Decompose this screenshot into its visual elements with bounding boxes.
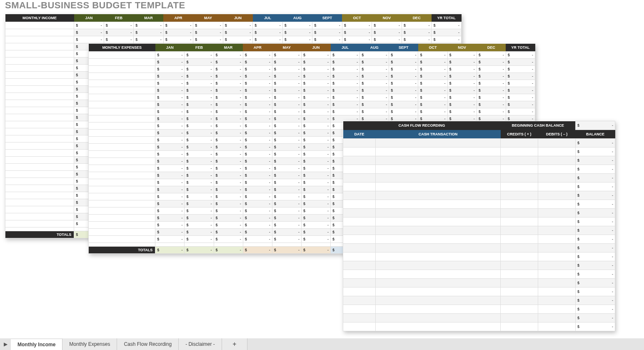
expenses-cell[interactable]: $-: [272, 179, 301, 186]
tab-cash-flow[interactable]: Cash Flow Recording: [117, 338, 179, 350]
cf-debits-cell[interactable]: [538, 288, 576, 296]
expenses-cell[interactable]: $-: [360, 80, 389, 87]
cf-debits-cell[interactable]: [538, 279, 576, 288]
cf-debits-cell[interactable]: [538, 261, 576, 270]
cf-credits-cell[interactable]: [501, 270, 538, 279]
expenses-cell[interactable]: $-: [155, 130, 185, 137]
cf-debits-cell[interactable]: [538, 252, 576, 261]
expenses-cell[interactable]: $-: [243, 73, 272, 80]
cf-debits-cell[interactable]: [538, 209, 576, 218]
income-label-cell[interactable]: [5, 50, 74, 58]
cf-credits-cell[interactable]: [501, 209, 538, 218]
expenses-cell[interactable]: $-: [447, 101, 477, 108]
income-cell[interactable]: $-: [282, 29, 312, 36]
expenses-cell[interactable]: $-: [301, 222, 330, 229]
expenses-cell[interactable]: $-: [272, 158, 301, 165]
income-label-cell[interactable]: [5, 58, 74, 65]
income-label-cell[interactable]: [5, 150, 74, 157]
income-label-cell[interactable]: [5, 157, 74, 164]
expenses-cell[interactable]: $-: [155, 236, 185, 243]
expenses-cell[interactable]: $-: [272, 137, 301, 144]
expenses-cell[interactable]: $-: [272, 208, 301, 215]
expenses-cell[interactable]: $-: [243, 151, 272, 158]
expenses-label-cell[interactable]: [89, 122, 155, 130]
cf-transaction-cell[interactable]: [376, 200, 501, 209]
expenses-cell[interactable]: $-: [243, 115, 272, 122]
cf-date-cell[interactable]: [343, 322, 376, 331]
expenses-cell[interactable]: $-: [418, 73, 447, 80]
totals-cell[interactable]: $-: [243, 247, 272, 254]
expenses-cell[interactable]: $-: [418, 101, 447, 108]
expenses-cell[interactable]: $-: [301, 215, 330, 222]
expenses-cell[interactable]: $-: [214, 172, 243, 179]
cf-date-cell[interactable]: [343, 305, 376, 314]
expenses-cell[interactable]: $-: [243, 101, 272, 108]
expenses-cell[interactable]: $-: [185, 186, 214, 193]
income-cell[interactable]: $-: [134, 36, 164, 43]
cf-debits-cell[interactable]: [538, 218, 576, 226]
expenses-cell[interactable]: $-: [331, 101, 360, 108]
expenses-cell[interactable]: $-: [272, 52, 301, 59]
cf-debits-cell[interactable]: [538, 244, 576, 252]
expenses-cell[interactable]: $-: [418, 59, 447, 66]
cf-balance-cell[interactable]: $-: [576, 218, 615, 226]
expenses-label-cell[interactable]: [89, 144, 155, 151]
expenses-cell[interactable]: $-: [214, 108, 243, 115]
expenses-cell[interactable]: $-: [185, 87, 214, 94]
income-label-cell[interactable]: [5, 22, 74, 29]
cf-balance-cell[interactable]: $-: [576, 261, 615, 270]
cf-date-cell[interactable]: [343, 235, 376, 244]
expenses-cell[interactable]: $-: [185, 108, 214, 115]
expenses-label-cell[interactable]: [89, 193, 155, 200]
income-cell[interactable]: $-: [104, 36, 134, 43]
income-label-cell[interactable]: [5, 86, 74, 93]
expenses-cell[interactable]: $-: [155, 151, 185, 158]
cf-credits-cell[interactable]: [501, 314, 538, 322]
expenses-cell[interactable]: $-: [155, 193, 185, 200]
expenses-cell[interactable]: $-: [272, 101, 301, 108]
expenses-label-cell[interactable]: [89, 186, 155, 193]
expenses-cell[interactable]: $-: [272, 108, 301, 115]
expenses-cell[interactable]: $-: [506, 108, 535, 115]
expenses-cell[interactable]: $-: [272, 59, 301, 66]
cf-transaction-cell[interactable]: [376, 235, 501, 244]
expenses-cell[interactable]: $-: [301, 66, 330, 73]
expenses-cell[interactable]: $-: [360, 52, 389, 59]
expenses-cell[interactable]: $-: [477, 52, 506, 59]
expenses-cell[interactable]: $-: [243, 144, 272, 151]
income-label-cell[interactable]: [5, 171, 74, 178]
expenses-label-cell[interactable]: [89, 130, 155, 137]
expenses-cell[interactable]: $-: [301, 165, 330, 172]
income-cell[interactable]: $-: [282, 22, 312, 29]
cf-transaction-cell[interactable]: [376, 139, 501, 148]
expenses-label-cell[interactable]: [89, 200, 155, 208]
expenses-cell[interactable]: $-: [185, 215, 214, 222]
expenses-cell[interactable]: $-: [243, 66, 272, 73]
expenses-cell[interactable]: $-: [155, 115, 185, 122]
expenses-cell[interactable]: $-: [214, 115, 243, 122]
cf-credits-cell[interactable]: [501, 235, 538, 244]
expenses-cell[interactable]: $-: [418, 52, 447, 59]
income-label-cell[interactable]: [5, 206, 74, 213]
cf-date-cell[interactable]: [343, 165, 376, 174]
expenses-cell[interactable]: $-: [243, 94, 272, 101]
expenses-cell[interactable]: $-: [185, 115, 214, 122]
expenses-cell[interactable]: $-: [360, 66, 389, 73]
cf-credits-cell[interactable]: [501, 288, 538, 296]
expenses-cell[interactable]: $-: [301, 73, 330, 80]
expenses-cell[interactable]: $-: [185, 200, 214, 208]
expenses-cell[interactable]: $-: [272, 193, 301, 200]
tab-monthly-expenses[interactable]: Monthly Expenses: [62, 338, 117, 350]
expenses-cell[interactable]: $-: [506, 94, 535, 101]
expenses-cell[interactable]: $-: [155, 215, 185, 222]
cf-balance-cell[interactable]: $-: [576, 139, 615, 148]
expenses-cell[interactable]: $-: [418, 66, 447, 73]
income-cell[interactable]: $-: [193, 29, 223, 36]
cf-transaction-cell[interactable]: [376, 288, 501, 296]
expenses-cell[interactable]: $-: [506, 101, 535, 108]
cf-transaction-cell[interactable]: [376, 209, 501, 218]
expenses-cell[interactable]: $-: [214, 165, 243, 172]
income-cell[interactable]: $-: [312, 29, 342, 36]
cf-credits-cell[interactable]: [501, 252, 538, 261]
expenses-cell[interactable]: $-: [301, 52, 330, 59]
